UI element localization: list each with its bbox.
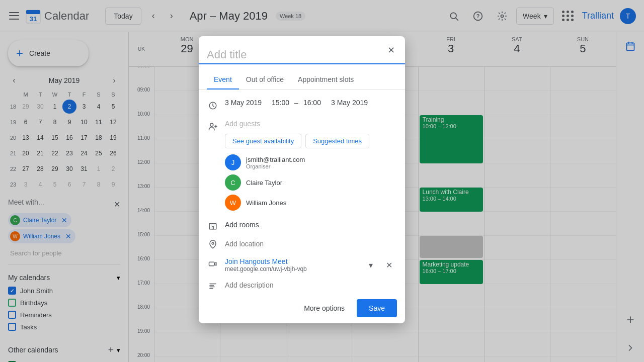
guest-avatar-jsmith: J — [225, 154, 241, 170]
svg-rect-17 — [212, 227, 214, 229]
location-icon — [207, 239, 219, 251]
save-button[interactable]: Save — [357, 299, 397, 317]
tab-out-of-office[interactable]: Out of office — [239, 70, 291, 89]
add-guests-input[interactable] — [225, 118, 369, 130]
description-icon — [207, 280, 219, 292]
end-time[interactable]: 16:00 — [303, 99, 321, 107]
svg-rect-19 — [209, 262, 215, 266]
guest-role-jsmith: Organiser — [246, 163, 305, 169]
guest-item-william: W William Jones — [225, 193, 369, 213]
guest-name-claire: Claire Taylor — [246, 179, 282, 187]
tab-appointment-slots[interactable]: Appointment slots — [291, 70, 361, 89]
end-date[interactable]: 3 May 2019 — [331, 99, 368, 107]
meet-actions: ▾ ✕ — [363, 257, 397, 273]
dialog-close-button[interactable]: ✕ — [383, 42, 399, 58]
meet-row: Join Hangouts Meet meet.google.com/uwj-v… — [199, 254, 405, 276]
guests-row: See guest availability Suggested times J… — [199, 115, 405, 216]
meet-link: Join Hangouts Meet meet.google.com/uwj-v… — [225, 257, 397, 273]
video-icon — [207, 258, 219, 270]
add-location-input[interactable] — [225, 238, 397, 250]
svg-point-18 — [212, 242, 214, 244]
guest-actions: See guest availability Suggested times — [225, 134, 369, 148]
start-time[interactable]: 15:00 — [272, 99, 289, 107]
guest-item-jsmith: J jsmith@tralliant.com Organiser — [225, 152, 369, 172]
suggested-times-button[interactable]: Suggested times — [305, 134, 369, 148]
more-options-button[interactable]: More options — [298, 300, 351, 316]
meet-name[interactable]: Join Hangouts Meet — [225, 257, 363, 265]
add-location-row — [199, 235, 405, 254]
meet-url: meet.google.com/uwj-vbjh-vqb — [225, 265, 363, 273]
create-event-dialog: ✕ Event Out of office Appointment slots … — [199, 36, 405, 323]
description-input[interactable] — [225, 279, 397, 291]
description-row — [199, 276, 405, 295]
start-date[interactable]: 3 May 2019 — [225, 99, 262, 107]
guest-list: J jsmith@tralliant.com Organiser C Clair… — [225, 152, 369, 213]
guest-avatar-william: W — [225, 195, 241, 211]
guest-name-william: William Jones — [246, 199, 286, 207]
guest-email-jsmith: jsmith@tralliant.com — [246, 156, 305, 163]
clock-icon — [207, 100, 219, 112]
add-rooms-row: Add rooms — [199, 216, 405, 235]
svg-point-15 — [210, 123, 213, 126]
guest-avatar-claire: C — [225, 174, 241, 191]
dialog-tabs: Event Out of office Appointment slots — [199, 70, 405, 89]
datetime-display: 3 May 2019 15:00 – 16:00 3 May 2019 — [225, 99, 397, 107]
add-rooms-button[interactable]: Add rooms — [225, 219, 397, 231]
tab-event[interactable]: Event — [207, 70, 239, 89]
meet-remove-button[interactable]: ✕ — [381, 257, 397, 273]
meet-expand-button[interactable]: ▾ — [363, 257, 379, 273]
guest-item-claire: C Claire Taylor — [225, 172, 369, 193]
people-icon — [207, 121, 219, 133]
see-guest-availability-button[interactable]: See guest availability — [225, 134, 301, 148]
dialog-footer: More options Save — [199, 295, 405, 319]
event-title-input[interactable] — [199, 44, 405, 64]
building-icon — [207, 220, 219, 232]
datetime-row: 3 May 2019 15:00 – 16:00 3 May 2019 — [199, 96, 405, 115]
